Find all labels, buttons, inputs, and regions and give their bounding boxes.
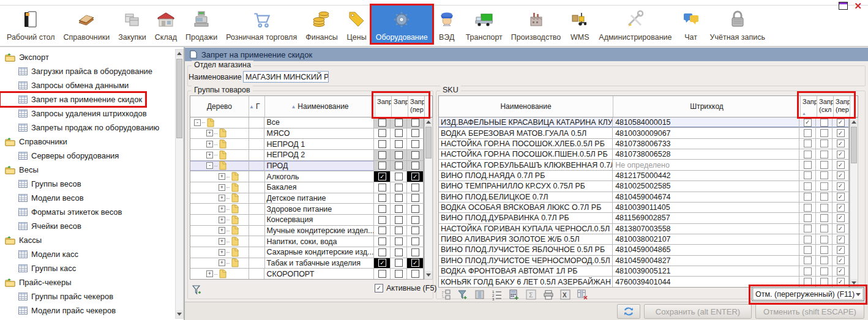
- checkbox-unchecked[interactable]: [804, 193, 812, 201]
- check-cell-2[interactable]: [391, 139, 407, 149]
- group-row[interactable]: +НЕПРОД 2: [190, 150, 424, 161]
- checkbox-checked[interactable]: [837, 236, 845, 244]
- sidebar-item-модели-касс[interactable]: Модели касс: [0, 247, 82, 261]
- expand-icon[interactable]: +: [219, 259, 225, 266]
- sku-row[interactable]: ВИНО ПЛОД.ДУБРАВИНКА 0.7Л РБ481156900285…: [439, 213, 849, 223]
- checkbox-unchecked[interactable]: [820, 119, 828, 127]
- sku-row[interactable]: ВИНО ПЛОД.ЛУЧИСТОЕ ЧЕРНОСМОРОД.0.5Л48104…: [439, 256, 849, 266]
- sidebar-item-весы[interactable]: Весы: [0, 163, 42, 177]
- check-cell-2[interactable]: [816, 224, 832, 234]
- column-header-check-1[interactable]: Запр: [375, 96, 392, 117]
- checkbox-unchecked[interactable]: [378, 119, 386, 127]
- calculator-add-icon[interactable]: [508, 289, 520, 300]
- checkbox-unchecked[interactable]: [411, 194, 419, 202]
- checkbox-unchecked[interactable]: [395, 194, 403, 202]
- check-cell-3[interactable]: [832, 266, 849, 276]
- check-cell-1[interactable]: [374, 215, 391, 225]
- checkbox-unchecked[interactable]: [411, 162, 419, 169]
- toolbar-item-transport[interactable]: Транспорт: [462, 6, 507, 43]
- check-cell-1[interactable]: [374, 161, 391, 171]
- checkbox-unchecked[interactable]: [804, 256, 812, 264]
- check-cell-3[interactable]: [407, 269, 424, 279]
- checkbox-unchecked[interactable]: [804, 140, 812, 147]
- check-cell-3[interactable]: [832, 171, 849, 180]
- check-cell-2[interactable]: [816, 171, 832, 180]
- check-cell-3[interactable]: [407, 226, 424, 236]
- checkbox-unchecked[interactable]: [804, 236, 812, 244]
- check-cell-2[interactable]: [391, 171, 407, 182]
- checkbox-unchecked[interactable]: [804, 225, 812, 233]
- checkbox-unchecked[interactable]: [820, 246, 828, 254]
- checkbox-unchecked[interactable]: [804, 246, 812, 254]
- check-cell-3[interactable]: [407, 204, 424, 214]
- checkbox-checked[interactable]: [837, 214, 845, 222]
- checkbox-checked[interactable]: [837, 256, 845, 264]
- check-cell-2[interactable]: [391, 128, 407, 139]
- filter-add-icon[interactable]: [191, 285, 203, 296]
- check-cell-1[interactable]: [374, 117, 391, 128]
- check-cell-3[interactable]: [832, 139, 849, 149]
- maximize-icon[interactable]: [839, 2, 848, 10]
- column-header-check-2[interactable]: Запр: [392, 96, 408, 117]
- scroll-down-icon[interactable]: [425, 271, 432, 279]
- check-cell-2[interactable]: [816, 149, 832, 159]
- checkbox-unchecked[interactable]: [411, 270, 419, 278]
- check-cell-3[interactable]: [407, 150, 424, 160]
- checkbox-unchecked[interactable]: [395, 216, 403, 224]
- check-cell-3[interactable]: [832, 277, 849, 286]
- group-row[interactable]: +НЕПРОД 1: [190, 139, 424, 150]
- checkbox-checked[interactable]: [837, 129, 845, 137]
- sku-row[interactable]: НАСТОЙКА ГОР.БУЛЬБАШЪ КЛЮКВЕННАЯ 0.7ЛНе …: [439, 160, 849, 170]
- group-row[interactable]: +Напитки, соки, вода: [190, 236, 424, 247]
- check-cell-3[interactable]: [832, 245, 849, 255]
- expand-icon[interactable]: +: [219, 184, 225, 191]
- check-cell-3[interactable]: [832, 128, 849, 138]
- checkbox-unchecked[interactable]: [395, 237, 403, 245]
- column-header-group[interactable]: ▲Г: [249, 96, 265, 117]
- sidebar-item-справочники[interactable]: Справочники: [0, 135, 71, 149]
- group-row[interactable]: +МЯСО: [190, 128, 424, 140]
- checkbox-unchecked[interactable]: [411, 205, 419, 213]
- sidebar-item-группы-весов[interactable]: Группы весов: [0, 177, 85, 191]
- sku-row[interactable]: КОНЬЯК ГОЛД БАКУ 6 ЛЕТ 0.5Л АЗЕРБАЙЖАН47…: [439, 277, 849, 287]
- check-cell-1[interactable]: [374, 258, 391, 269]
- check-cell-1[interactable]: [799, 181, 816, 191]
- scroll-up-icon[interactable]: [425, 118, 432, 126]
- sidebar-item-форматы-этикеток-весов[interactable]: Форматы этикеток весов: [0, 205, 125, 219]
- check-cell-2[interactable]: [391, 161, 407, 171]
- column-header-check-2[interactable]: Запр(скл: [817, 96, 834, 117]
- expand-icon[interactable]: +: [219, 217, 225, 223]
- check-cell-2[interactable]: [816, 213, 832, 223]
- print-icon[interactable]: [542, 289, 555, 300]
- check-cell-2[interactable]: [391, 236, 407, 247]
- scrollbar-thumb[interactable]: [425, 127, 432, 158]
- check-cell-2[interactable]: [391, 182, 407, 193]
- check-cell-3[interactable]: [832, 224, 849, 234]
- goods-groups-scrollbar[interactable]: [424, 117, 433, 280]
- checkbox-unchecked[interactable]: [411, 237, 419, 245]
- checkbox-unchecked[interactable]: [395, 162, 403, 169]
- checkbox-unchecked[interactable]: [820, 214, 828, 222]
- checkbox-unchecked[interactable]: [804, 129, 812, 137]
- checkbox-unchecked[interactable]: [378, 129, 386, 137]
- sidebar-item-группы-прайс-чекеров[interactable]: Группы прайс чекеров: [0, 289, 117, 303]
- hierarchy-icon[interactable]: [440, 289, 452, 300]
- checkbox-checked[interactable]: [837, 204, 845, 212]
- checkbox-unchecked[interactable]: [820, 267, 828, 275]
- toolbar-item-chat[interactable]: Чат: [676, 6, 706, 43]
- checkbox-checked[interactable]: [378, 173, 386, 180]
- collapse-icon[interactable]: -: [206, 162, 213, 169]
- group-row[interactable]: +Сахарные кондитерские изд...: [190, 247, 424, 258]
- sku-row[interactable]: ВОДКА БЕРЕЗОВАЯ МАТОВ.ГУАЛА 0.5Л48100300…: [439, 128, 849, 138]
- checkbox-checked[interactable]: [837, 225, 845, 233]
- checkbox-unchecked[interactable]: [804, 161, 812, 169]
- checkbox-unchecked[interactable]: [820, 129, 828, 137]
- check-cell-2[interactable]: [816, 117, 832, 127]
- check-cell-2[interactable]: [816, 234, 832, 244]
- checkbox-unchecked[interactable]: [411, 226, 419, 234]
- sidebar-item-загрузки-прайса-в-оборудование[interactable]: Загрузки прайса в оборудование: [0, 64, 156, 78]
- column-header-check-1[interactable]: Запр▲: [801, 96, 817, 117]
- expand-icon[interactable]: +: [206, 141, 213, 147]
- check-cell-1[interactable]: [799, 213, 816, 223]
- checkbox-unchecked[interactable]: [411, 140, 419, 148]
